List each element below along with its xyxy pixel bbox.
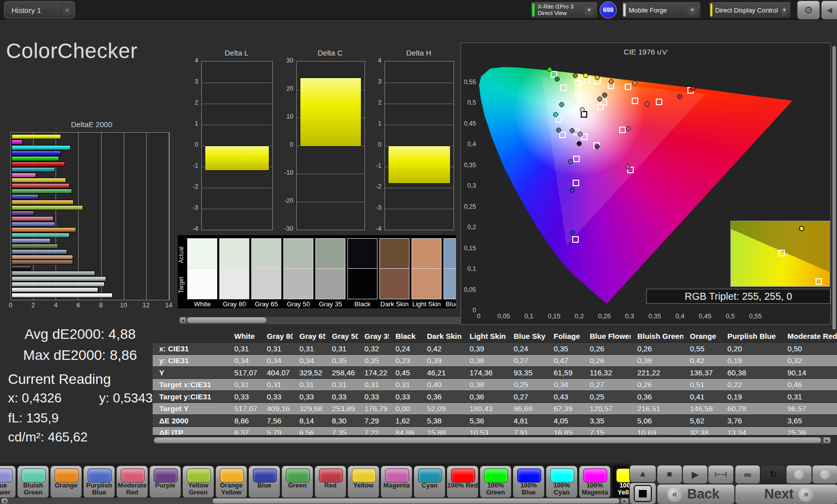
cie-title: CIE 1976 u'v' [461, 48, 830, 56]
scrollbar-thumb[interactable] [187, 317, 266, 323]
table-cell: 0,39 [631, 356, 683, 365]
column-header: Black [389, 332, 421, 340]
chart-delta_l-plot [201, 61, 273, 230]
display-control-selector[interactable]: Direct Display Control ▼ [709, 2, 791, 19]
actual-swatch [315, 238, 345, 269]
pattern-color-chip [352, 468, 376, 482]
target-swatch [219, 269, 249, 299]
swatch-strip-scrollbar[interactable]: ◄ ► [179, 316, 484, 325]
pattern-button[interactable]: Purplish Blue [83, 465, 115, 498]
pattern-button[interactable]: Bluish Green [17, 465, 49, 498]
axis-tick-label: 0,3 [620, 312, 640, 320]
pattern-button[interactable]: Magenta [380, 465, 412, 498]
pattern-color-chip [187, 468, 211, 482]
pattern-color-chip [385, 468, 409, 482]
pattern-button-label: Green [282, 482, 313, 489]
back-button[interactable]: « Back [657, 484, 735, 504]
pattern-button[interactable]: Moderate Red [116, 465, 148, 498]
pattern-button[interactable]: 100% Green [480, 465, 512, 498]
table-cell: 120,57 [583, 404, 631, 413]
pattern-button[interactable]: Blue [248, 465, 280, 498]
measured-point [556, 128, 561, 133]
row-label: ΔE 2000 [153, 416, 228, 425]
pattern-color-chip [418, 468, 442, 482]
history-tab[interactable]: History 1 + [4, 1, 75, 19]
axis-tick-label: 0,1 [519, 312, 539, 320]
pattern-button[interactable]: Red [314, 465, 346, 498]
scrollbar-thumb[interactable] [154, 437, 821, 443]
settings-button[interactable]: ⚙ [797, 1, 820, 20]
palette-scroll-up-button[interactable]: ▲ [629, 465, 656, 482]
actual-swatch [411, 238, 442, 269]
scroll-left-button[interactable]: ◄ [180, 317, 186, 323]
table-cell: 0,26 [631, 344, 683, 353]
cie-diagram-panel: CIE 1976 u'v' 0,550,50,450,40,350,30,250… [461, 43, 831, 325]
cie-inset-zoom [730, 221, 830, 287]
pattern-button[interactable]: Yellow [347, 465, 379, 498]
refresh-button[interactable]: ↻ [760, 465, 786, 484]
table-cell: 180,43 [463, 404, 507, 413]
next-button[interactable]: Next » [735, 484, 837, 504]
pattern-button-label: Magenta [381, 482, 412, 489]
table-cell: 0,31 [228, 380, 260, 389]
table-cell: 8,86 [228, 416, 260, 425]
scrollbar-thumb[interactable] [213, 498, 619, 503]
pattern-button-label: 100% Green [480, 482, 511, 496]
pattern-button[interactable]: Yellow Green [182, 465, 214, 498]
axis-tick-label: 0,4 [670, 312, 690, 320]
table-cell: 0,33 [260, 392, 293, 401]
table-cell: 0,36 [421, 392, 463, 401]
collapse-panel-button[interactable]: ◀ [821, 1, 837, 20]
meter-count-badge[interactable]: 698 [600, 2, 617, 19]
table-cell: 5,79 [260, 428, 293, 435]
pattern-button[interactable]: 100% Blue [513, 465, 545, 498]
table-cell: 0,23 [389, 356, 421, 365]
frame-advance-button[interactable]: ⊢⊣ [708, 465, 734, 484]
axis-tick-label: 8 [91, 301, 111, 309]
pattern-button[interactable]: Orange Yellow [215, 465, 247, 498]
table-cell: 176,79 [358, 404, 389, 413]
deltae-bar [12, 140, 23, 145]
stop-button[interactable]: ■ [657, 465, 682, 484]
pattern-source-selector[interactable]: Mobile Forge ▼ [622, 2, 701, 19]
pattern-button[interactable]: 100% Yellow [612, 465, 630, 498]
play-button[interactable]: ▶ [682, 465, 708, 484]
pattern-button[interactable]: 100% Magenta [579, 465, 611, 498]
color-patch: Dark Skin [379, 238, 409, 308]
pattern-button[interactable]: 100% Cyan [546, 465, 578, 498]
scroll-left-button[interactable]: ◄ [2, 498, 8, 503]
pattern-button[interactable]: 100% Red [447, 465, 479, 498]
axis-tick-label: -10 [279, 169, 293, 176]
loop-button[interactable]: ∞ [735, 465, 760, 484]
record-button[interactable] [786, 465, 812, 484]
scroll-right-button[interactable]: ► [621, 498, 628, 503]
pattern-button[interactable]: Green [281, 465, 313, 498]
measured-point [632, 81, 637, 86]
table-scrollbar[interactable]: ► [153, 436, 831, 444]
deltae-bar [12, 173, 36, 178]
new-tab-button[interactable]: + [61, 4, 73, 16]
axis-tick-label: 0,5 [720, 312, 740, 320]
pattern-button-label: Yellow Green [183, 482, 214, 496]
deltae-bar [12, 222, 55, 227]
pattern-button-label: Orange Yellow [216, 482, 247, 496]
table-cell: 1,62 [389, 416, 421, 425]
deltae-bar [12, 271, 95, 276]
table-cell: 5,62 [683, 416, 721, 425]
pattern-button[interactable]: Orange [50, 465, 82, 498]
pattern-color-chip [55, 468, 79, 482]
meter-selector[interactable]: X-Rite i1Pro 3 Direct View ▼ [531, 2, 598, 19]
pattern-window-button[interactable] [629, 482, 656, 504]
target-point [573, 156, 580, 162]
axis-tick-label: 0,1 [462, 265, 476, 272]
pattern-palette: Blue FlowerBluish GreenOrangePurplish Bl… [0, 463, 630, 498]
pattern-button[interactable]: Cyan [413, 465, 446, 498]
axis-tick-label: 3 [367, 78, 381, 85]
scroll-right-button[interactable]: ► [823, 437, 830, 443]
pattern-button[interactable]: Blue Flower [0, 465, 16, 498]
palette-scrollbar[interactable]: ◄ ► [0, 497, 631, 504]
pattern-button[interactable]: Purple [149, 465, 181, 498]
target-point [556, 116, 562, 123]
extra-transport-button[interactable] [812, 465, 837, 484]
delta-bar [300, 78, 361, 147]
